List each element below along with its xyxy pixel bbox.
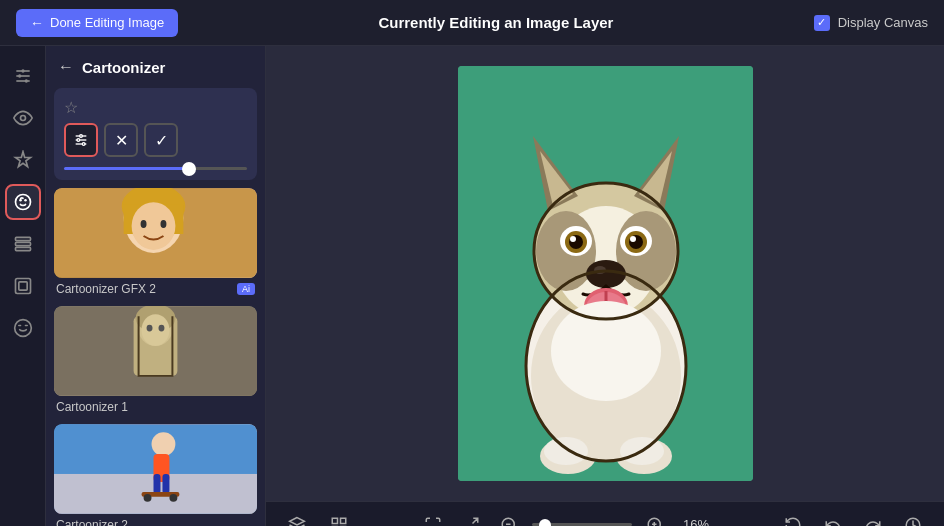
cancel-button[interactable]: ✕ xyxy=(104,123,138,157)
panel-title: Cartoonizer xyxy=(82,59,165,76)
filter-thumb-skater xyxy=(54,424,257,514)
svg-point-26 xyxy=(82,143,85,146)
svg-point-34 xyxy=(160,220,166,228)
bottom-left-controls xyxy=(282,510,354,527)
filter-label-gfx2: Cartoonizer GFX 2 Ai xyxy=(54,278,257,298)
svg-point-75 xyxy=(551,301,661,401)
svg-point-49 xyxy=(144,494,152,502)
svg-rect-15 xyxy=(15,247,30,250)
back-arrow-icon: ← xyxy=(30,15,44,31)
history-button[interactable] xyxy=(898,510,928,527)
svg-rect-83 xyxy=(341,518,346,523)
filter-controls: ✕ ✓ xyxy=(64,123,247,157)
svg-rect-16 xyxy=(15,279,30,294)
grid-bottom-button[interactable] xyxy=(324,510,354,527)
dog-background xyxy=(458,66,753,481)
layers-bottom-button[interactable] xyxy=(282,510,312,527)
undo-button[interactable] xyxy=(818,510,848,527)
canvas-area: 16% xyxy=(266,46,944,526)
svg-point-5 xyxy=(18,74,21,77)
visibility-tool-button[interactable] xyxy=(5,100,41,136)
mask-tool-button[interactable] xyxy=(5,310,41,346)
svg-point-23 xyxy=(77,139,80,142)
topbar: ← Done Editing Image Currently Editing a… xyxy=(0,0,944,46)
effects-tool-button[interactable] xyxy=(5,142,41,178)
svg-point-41 xyxy=(158,325,164,332)
fit-to-screen-button[interactable] xyxy=(418,510,448,527)
display-canvas-area: Display Canvas xyxy=(814,15,928,31)
panel-header: ← Cartoonizer xyxy=(46,46,265,84)
svg-point-11 xyxy=(19,199,22,202)
cartoonizer-panel: ← Cartoonizer ☆ xyxy=(46,46,266,526)
dog-image-canvas xyxy=(458,66,753,481)
filter-thumb-statue xyxy=(54,306,257,396)
svg-rect-17 xyxy=(18,282,26,290)
zoom-percentage: 16% xyxy=(678,517,714,526)
svg-point-2 xyxy=(21,69,24,72)
svg-rect-14 xyxy=(15,242,30,245)
actual-size-button[interactable] xyxy=(456,510,486,527)
layers-tool-button[interactable] xyxy=(5,226,41,262)
ai-badge: Ai xyxy=(237,283,255,295)
sliders-button[interactable] xyxy=(64,123,98,157)
svg-point-70 xyxy=(630,236,636,242)
svg-point-10 xyxy=(15,195,30,210)
icon-sidebar xyxy=(0,46,46,526)
filter-thumb-woman xyxy=(54,188,257,278)
filter-label-2: Cartoonizer 2 xyxy=(54,514,257,526)
svg-point-8 xyxy=(24,79,27,82)
filter-intensity-slider[interactable] xyxy=(64,167,247,170)
main-area: ← Cartoonizer ☆ xyxy=(0,46,944,526)
cartoonizer-tool-button[interactable] xyxy=(5,184,41,220)
adjustments-tool-button[interactable] xyxy=(5,58,41,94)
bottombar: 16% xyxy=(266,501,944,526)
svg-rect-46 xyxy=(154,474,161,494)
reset-button[interactable] xyxy=(778,510,808,527)
filter-item-gfx2[interactable]: Cartoonizer GFX 2 Ai xyxy=(54,188,257,298)
svg-point-32 xyxy=(132,202,176,250)
filter-label-1: Cartoonizer 1 xyxy=(54,396,257,416)
panel-content: ☆ ✕ xyxy=(46,84,265,526)
frame-tool-button[interactable] xyxy=(5,268,41,304)
confirm-button[interactable]: ✓ xyxy=(144,123,178,157)
bottom-right-controls xyxy=(778,510,928,527)
display-canvas-checkbox[interactable] xyxy=(814,15,830,31)
zoom-out-button[interactable] xyxy=(494,510,524,527)
canvas-content xyxy=(266,46,944,501)
svg-point-20 xyxy=(80,135,83,138)
svg-point-40 xyxy=(147,325,153,332)
zoom-in-button[interactable] xyxy=(640,510,670,527)
done-editing-button[interactable]: ← Done Editing Image xyxy=(16,9,178,37)
svg-point-78 xyxy=(544,437,588,465)
panel-back-button[interactable]: ← xyxy=(58,58,74,76)
filter-item-1[interactable]: Cartoonizer 1 xyxy=(54,306,257,416)
svg-point-12 xyxy=(24,199,27,202)
svg-point-9 xyxy=(20,116,25,121)
svg-rect-13 xyxy=(15,237,30,240)
active-filter-card: ☆ ✕ xyxy=(54,88,257,180)
svg-point-33 xyxy=(141,220,147,228)
filter-item-2[interactable]: Cartoonizer 2 xyxy=(54,424,257,526)
favorite-star-icon[interactable]: ☆ xyxy=(64,98,78,117)
page-title: Currently Editing an Image Layer xyxy=(378,14,613,31)
filter-slider-row xyxy=(64,167,247,170)
svg-point-71 xyxy=(586,260,626,288)
bottom-center-controls: 16% xyxy=(418,510,714,527)
redo-button[interactable] xyxy=(858,510,888,527)
svg-point-44 xyxy=(152,432,176,456)
svg-point-39 xyxy=(142,314,170,346)
svg-point-86 xyxy=(502,518,514,526)
svg-point-66 xyxy=(570,236,576,242)
svg-rect-47 xyxy=(162,474,169,494)
display-canvas-label: Display Canvas xyxy=(838,15,928,30)
svg-point-50 xyxy=(169,494,177,502)
svg-rect-82 xyxy=(332,518,337,523)
